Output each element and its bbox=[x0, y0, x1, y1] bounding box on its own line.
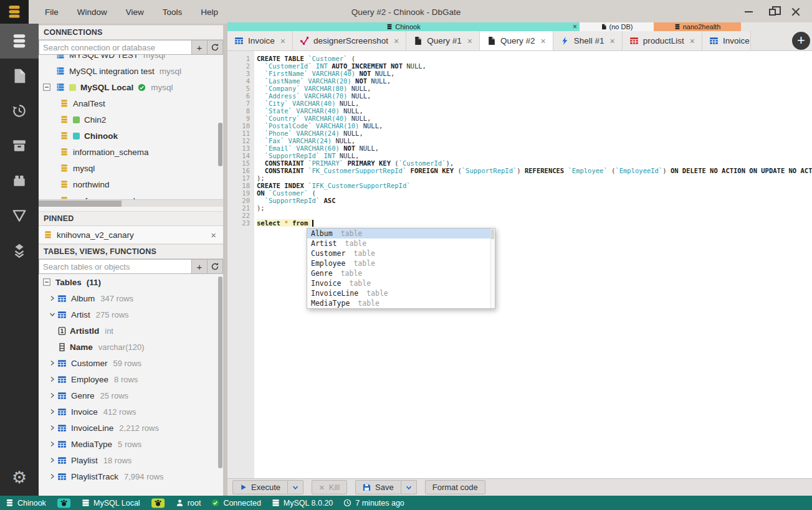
close-tab-button[interactable]: × bbox=[280, 36, 285, 46]
close-tab-button[interactable]: × bbox=[609, 36, 614, 46]
table-item[interactable]: Customer59 rows bbox=[39, 355, 223, 371]
pinned-item[interactable]: knihovna_v2_canary × bbox=[39, 226, 223, 244]
chevron-right-icon[interactable] bbox=[47, 441, 57, 447]
connection-item[interactable]: mysql bbox=[39, 160, 223, 176]
menu-file[interactable]: File bbox=[37, 5, 66, 19]
column-item[interactable]: 1ArtistIdint bbox=[39, 323, 223, 339]
chevron-right-icon[interactable] bbox=[47, 457, 57, 463]
tab-query-1[interactable]: Query #1× bbox=[406, 31, 480, 50]
table-item[interactable]: Artist275 rows bbox=[39, 306, 223, 323]
restore-button[interactable] bbox=[763, 3, 781, 21]
database-color-swatch[interactable] bbox=[57, 498, 71, 508]
table-item[interactable]: Employee8 rows bbox=[39, 371, 223, 387]
connection-item[interactable]: Chinook bbox=[39, 128, 223, 144]
menu-view[interactable]: View bbox=[118, 5, 151, 19]
connection-item[interactable]: Chin2 bbox=[39, 111, 223, 128]
kill-button[interactable]: ×Kill bbox=[312, 480, 347, 494]
autocomplete-item[interactable]: MediaTypetable bbox=[307, 298, 495, 308]
save-dropdown-button[interactable] bbox=[401, 480, 417, 494]
add-connection-button[interactable]: + bbox=[192, 40, 208, 55]
chevron-down-icon[interactable] bbox=[47, 311, 57, 318]
autocomplete-item[interactable]: InvoiceLinetable bbox=[307, 288, 495, 298]
chevron-right-icon[interactable] bbox=[47, 376, 57, 382]
table-item[interactable]: InvoiceLine2,212 rows bbox=[39, 420, 223, 436]
sql-editor[interactable]: 1234567891011121314151617181920212223 CR… bbox=[227, 51, 812, 478]
tab-shell-1[interactable]: Shell #1× bbox=[553, 31, 623, 50]
minimize-button[interactable] bbox=[740, 3, 757, 21]
tab-invoice[interactable]: Invoice bbox=[702, 31, 751, 50]
connection-item[interactable]: MYSQL WD TESTmysql bbox=[39, 55, 223, 63]
tab-query-2[interactable]: Query #2× bbox=[480, 31, 553, 50]
connection-color-swatch[interactable] bbox=[151, 498, 165, 508]
execute-dropdown-button[interactable] bbox=[288, 480, 303, 494]
tab-group--no-db-[interactable]: (no DB) bbox=[580, 22, 654, 31]
connection-item[interactable]: AnalTest bbox=[39, 95, 223, 111]
close-group-button[interactable]: × bbox=[573, 22, 577, 31]
autocomplete-item[interactable]: Albumtable bbox=[307, 229, 495, 238]
tables-root-item[interactable]: Tables(11) bbox=[39, 274, 223, 290]
autocomplete-scrollbar[interactable] bbox=[490, 229, 495, 308]
autocomplete-item[interactable]: Employeetable bbox=[307, 258, 495, 268]
scrollbar-thumb[interactable] bbox=[39, 201, 122, 207]
row-count: 2,212 rows bbox=[119, 423, 159, 433]
rail-archive-button[interactable] bbox=[0, 128, 39, 163]
new-tab-button[interactable]: + bbox=[792, 32, 810, 50]
close-tab-button[interactable]: × bbox=[467, 36, 472, 46]
close-button[interactable] bbox=[787, 3, 805, 21]
autocomplete-item[interactable]: Genretable bbox=[307, 268, 495, 278]
add-object-button[interactable]: + bbox=[192, 259, 208, 274]
chevron-right-icon[interactable] bbox=[47, 408, 57, 415]
tab-group-chinook[interactable]: Chinook× bbox=[227, 22, 580, 31]
menu-window[interactable]: Window bbox=[70, 5, 115, 19]
format-code-button[interactable]: Format code bbox=[425, 480, 485, 494]
rail-connections-button[interactable] bbox=[0, 24, 39, 59]
autocomplete-item[interactable]: Customertable bbox=[307, 248, 495, 258]
chevron-right-icon[interactable] bbox=[47, 425, 57, 431]
save-button[interactable]: Save bbox=[355, 480, 401, 494]
connection-item[interactable]: MySQL integration testmysql bbox=[39, 63, 223, 79]
connections-vertical-scrollbar[interactable] bbox=[218, 123, 222, 166]
connections-horizontal-scrollbar[interactable] bbox=[39, 199, 223, 207]
execute-button[interactable]: Execute bbox=[232, 480, 288, 494]
unpin-button[interactable]: × bbox=[209, 230, 218, 240]
connection-item[interactable]: northwind bbox=[39, 176, 223, 192]
close-tab-button[interactable]: × bbox=[540, 36, 545, 46]
connection-item[interactable]: MySQL Localmysql bbox=[39, 79, 223, 95]
table-item[interactable]: Invoice412 rows bbox=[39, 404, 223, 420]
tab-invoice[interactable]: Invoice× bbox=[227, 31, 293, 50]
tab-group-nano2health[interactable]: nano2health bbox=[654, 22, 741, 31]
connection-item[interactable]: information_schema bbox=[39, 144, 223, 160]
rail-settings-button[interactable]: ⚙ bbox=[0, 458, 39, 496]
tables-vertical-scrollbar[interactable] bbox=[218, 276, 222, 468]
chevron-right-icon[interactable] bbox=[47, 392, 57, 399]
column-item[interactable]: Namevarchar(120) bbox=[39, 339, 223, 355]
tab-productlist[interactable]: productList× bbox=[623, 31, 702, 50]
table-item[interactable]: Genre25 rows bbox=[39, 387, 223, 404]
refresh-connections-button[interactable] bbox=[208, 40, 223, 55]
table-item[interactable]: Playlist18 rows bbox=[39, 452, 223, 468]
tables-search-input[interactable] bbox=[39, 259, 192, 274]
collapse-toggle[interactable] bbox=[43, 83, 50, 91]
rail-query-history-button[interactable] bbox=[0, 93, 39, 128]
connections-search-input[interactable] bbox=[39, 40, 192, 55]
chevron-right-icon[interactable] bbox=[47, 360, 57, 366]
table-item[interactable]: MediaType5 rows bbox=[39, 436, 223, 452]
autocomplete-item[interactable]: Artisttable bbox=[307, 238, 495, 248]
table-item[interactable]: PlaylistTrack7,994 rows bbox=[39, 468, 223, 484]
close-tab-button[interactable]: × bbox=[394, 36, 399, 46]
rail-files-button[interactable] bbox=[0, 59, 39, 93]
table-item[interactable]: Album347 rows bbox=[39, 290, 223, 306]
autocomplete-item[interactable]: Invoicetable bbox=[307, 278, 495, 288]
rail-single-database-button[interactable] bbox=[0, 198, 39, 233]
rail-compare-button[interactable] bbox=[0, 233, 39, 268]
line-number: 17 bbox=[227, 174, 250, 182]
menu-tools[interactable]: Tools bbox=[155, 5, 190, 19]
refresh-tables-button[interactable] bbox=[208, 259, 223, 274]
chevron-right-icon[interactable] bbox=[47, 473, 57, 479]
close-tab-button[interactable]: × bbox=[690, 36, 695, 46]
chevron-right-icon[interactable] bbox=[47, 295, 57, 301]
menu-help[interactable]: Help bbox=[193, 5, 226, 19]
rail-plugins-button[interactable] bbox=[0, 163, 39, 198]
tab-designerscreenshot[interactable]: designerScreenshot× bbox=[293, 31, 406, 50]
collapse-toggle[interactable] bbox=[43, 278, 50, 286]
